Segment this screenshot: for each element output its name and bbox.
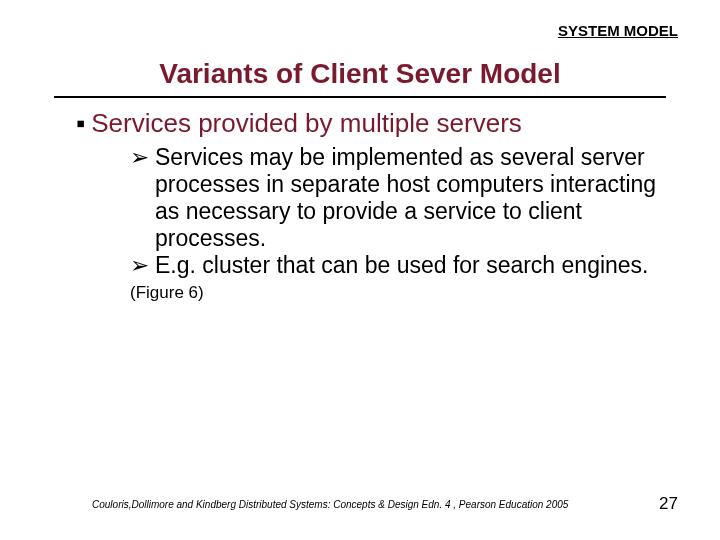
page-title: Variants of Client Sever Model — [0, 58, 720, 90]
bullet-level2-group: ➢ Services may be implemented as several… — [130, 144, 668, 279]
square-bullet-icon: ▪ — [76, 108, 85, 138]
footer-citation: Couloris,Dollimore and Kindberg Distribu… — [92, 499, 568, 510]
bullet-level1-text: Services provided by multiple servers — [91, 108, 522, 138]
title-divider — [54, 96, 666, 98]
page-number: 27 — [659, 494, 678, 514]
content-area: ▪ Services provided by multiple servers … — [76, 108, 676, 303]
arrow-bullet-icon: ➢ — [130, 252, 149, 279]
bullet-level2-text: E.g. cluster that can be used for search… — [155, 252, 649, 279]
header-label: SYSTEM MODEL — [558, 22, 678, 39]
bullet-level2-text: Services may be implemented as several s… — [155, 144, 668, 252]
bullet-level2: ➢ Services may be implemented as several… — [130, 144, 668, 252]
bullet-level1: ▪ Services provided by multiple servers — [76, 108, 676, 138]
arrow-bullet-icon: ➢ — [130, 144, 149, 171]
bullet-level2: ➢ E.g. cluster that can be used for sear… — [130, 252, 668, 279]
figure-note: (Figure 6) — [130, 283, 676, 303]
